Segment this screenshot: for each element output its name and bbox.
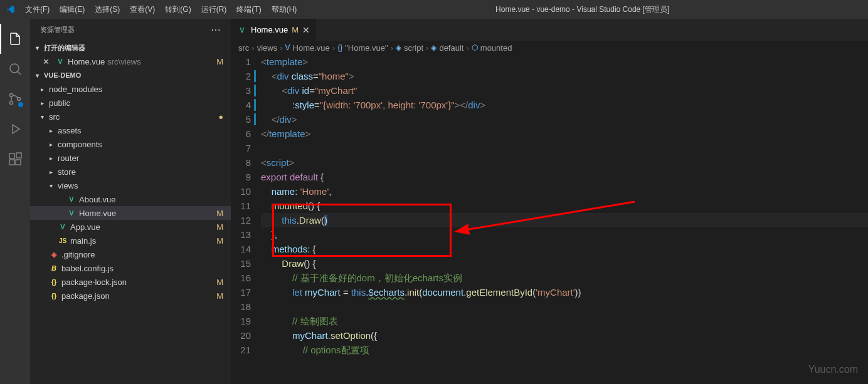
search-icon[interactable] (0, 54, 30, 84)
tree-folder[interactable]: ▸store (30, 165, 231, 179)
tree-file[interactable]: {}package-lock.jsonM (30, 275, 231, 289)
tree-file[interactable]: ◈.gitignore (30, 247, 231, 261)
svg-rect-7 (16, 153, 21, 158)
line-number: 14 (231, 242, 251, 256)
sidebar-more-icon[interactable]: ⋯ (211, 24, 221, 36)
tree-folder[interactable]: ▸public (30, 96, 231, 110)
code-line[interactable]: </template> (261, 127, 868, 141)
tree-file[interactable]: JSmain.jsM (30, 234, 231, 247)
code-line[interactable]: <div id="myChart" (261, 83, 868, 98)
explorer-icon[interactable] (0, 24, 30, 54)
item-label: package-lock.json (61, 278, 127, 287)
chevron-icon: ▸ (38, 86, 46, 93)
line-number: 2 (231, 69, 251, 83)
menu-item[interactable]: 查看(V) (125, 2, 160, 18)
item-label: node_modules (49, 85, 102, 94)
code-line[interactable]: // options配置项 (261, 343, 868, 357)
item-label: main.js (70, 236, 96, 246)
item-label: components (58, 140, 102, 149)
line-number: 15 (231, 256, 251, 271)
breadcrumb-separator: › (280, 43, 282, 53)
menu-item[interactable]: 编辑(E) (55, 2, 90, 18)
tree-file[interactable]: VHome.vueM (30, 206, 231, 220)
item-label: .gitignore (61, 250, 95, 259)
code-line[interactable]: <div class="home"> (261, 69, 868, 83)
tree-file[interactable]: VAbout.vue (30, 192, 231, 206)
code-line[interactable]: </div> (261, 112, 868, 127)
code-line[interactable] (261, 299, 868, 314)
close-icon[interactable]: ✕ (302, 25, 310, 35)
menu-item[interactable]: 终端(T) (231, 2, 266, 18)
code-line[interactable]: methods: { (261, 242, 868, 256)
item-label: Home.vue (79, 209, 116, 218)
breadcrumb-item[interactable]: ◈script (396, 43, 423, 53)
code-line[interactable]: name: 'Home', (261, 184, 868, 199)
line-number: 21 (231, 343, 251, 357)
tree-folder[interactable]: ▾src● (30, 110, 231, 123)
menu-item[interactable]: 选择(S) (90, 2, 125, 18)
tree-file[interactable]: {}package.jsonM (30, 289, 231, 303)
menu-item[interactable]: 运行(R) (196, 2, 232, 18)
code-line[interactable]: this.Draw() (261, 213, 868, 227)
code-lines[interactable]: <template> <div class="home"> <div id="m… (261, 54, 868, 384)
tree-folder[interactable]: ▸assets (30, 123, 231, 137)
project-header[interactable]: ▾ VUE-DEMO (30, 68, 231, 82)
line-number: 18 (231, 299, 251, 314)
git-file-icon: ◈ (49, 249, 59, 259)
open-editor-item[interactable]: ✕ V Home.vue src\views M (30, 54, 231, 68)
code-editor[interactable]: 123456789101112131415161718192021 <templ… (231, 54, 868, 384)
code-line[interactable]: :style="{width: '700px', height: '700px'… (261, 98, 868, 112)
line-number: 11 (231, 199, 251, 213)
modified-badge: M (216, 209, 223, 218)
menu-item[interactable]: 帮助(H) (267, 2, 302, 18)
code-line[interactable]: }, (261, 227, 868, 242)
source-control-icon[interactable] (0, 84, 30, 114)
breadcrumb-item[interactable]: views (257, 43, 278, 53)
code-line[interactable]: let myChart = this.$echarts.init(documen… (261, 285, 868, 299)
code-line[interactable]: // 基于准备好的dom，初始化echarts实例 (261, 271, 868, 285)
json-file-icon: {} (49, 291, 59, 301)
scm-badge-icon (18, 101, 24, 108)
open-editors-header[interactable]: ▾ 打开的编辑器 (30, 41, 231, 54)
tree-folder[interactable]: ▸components (30, 137, 231, 151)
code-line[interactable]: myChart.setOption({ (261, 328, 868, 343)
svg-rect-4 (9, 153, 14, 158)
breadcrumb-item[interactable]: ⬡mounted (472, 43, 512, 53)
extensions-icon[interactable] (0, 144, 30, 174)
tab-home-vue[interactable]: V Home.vue M ✕ (231, 19, 317, 41)
chevron-icon: ▸ (46, 169, 55, 175)
menu-item[interactable]: 转到(G) (160, 2, 196, 18)
menu-item[interactable]: 文件(F) (20, 2, 55, 18)
code-line[interactable]: export default { (261, 170, 868, 184)
tree-folder[interactable]: ▸router (30, 151, 231, 165)
line-number: 13 (231, 227, 251, 242)
tab-label: Home.vue (251, 25, 288, 34)
item-label: About.vue (79, 195, 116, 204)
tree-file[interactable]: Bbabel.config.js (30, 261, 231, 275)
breadcrumb-icon: ⬡ (472, 43, 478, 52)
tree-folder[interactable]: ▸node_modules (30, 82, 231, 96)
js-file-icon: JS (58, 236, 68, 246)
breadcrumb[interactable]: src›views›VHome.vue›{}"Home.vue"›◈script… (231, 41, 868, 54)
code-line[interactable]: // 绘制图表 (261, 314, 868, 328)
code-line[interactable]: mounted() { (261, 199, 868, 213)
tab-modified-indicator: M (292, 25, 299, 34)
line-number: 20 (231, 328, 251, 343)
item-label: views (58, 181, 78, 190)
tree-folder[interactable]: ▾views (30, 179, 231, 192)
breadcrumb-item[interactable]: VHome.vue (285, 43, 330, 53)
code-line[interactable] (261, 141, 868, 155)
code-line[interactable]: <script> (261, 155, 868, 170)
code-line[interactable]: <template> (261, 54, 868, 69)
tree-file[interactable]: VApp.vueM (30, 220, 231, 234)
line-number: 7 (231, 141, 251, 155)
run-debug-icon[interactable] (0, 114, 30, 144)
chevron-icon: ▸ (46, 127, 55, 134)
breadcrumb-item[interactable]: {}"Home.vue" (337, 43, 388, 53)
code-line[interactable]: Draw() { (261, 256, 868, 271)
close-icon[interactable]: ✕ (43, 57, 53, 66)
breadcrumb-item[interactable]: src (238, 43, 249, 53)
breadcrumb-separator: › (426, 43, 428, 53)
breadcrumb-item[interactable]: ◈default (431, 43, 463, 53)
open-editor-name: Home.vue (68, 57, 105, 66)
